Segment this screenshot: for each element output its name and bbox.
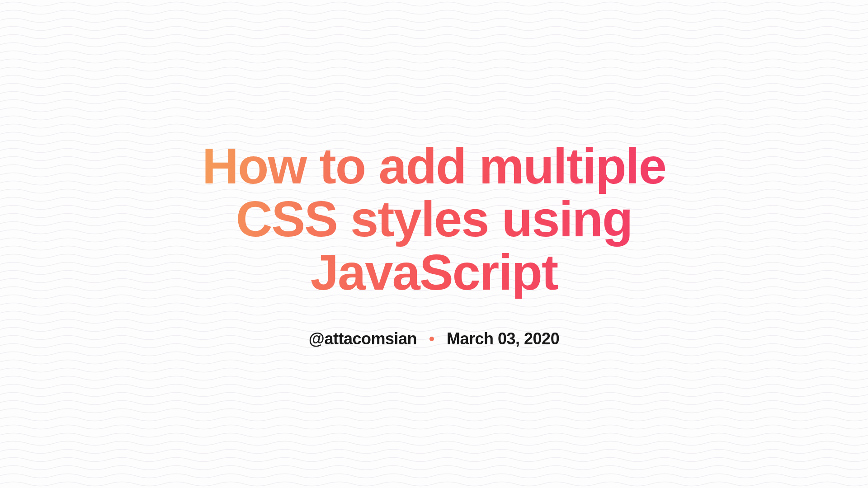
separator-dot-icon <box>429 337 434 341</box>
article-title: How to add multiple CSS styles using Jav… <box>190 140 678 299</box>
publish-date: March 03, 2020 <box>447 329 559 348</box>
author-handle: @attacomsian <box>309 329 417 348</box>
article-meta: @attacomsian March 03, 2020 <box>190 329 678 348</box>
article-card: How to add multiple CSS styles using Jav… <box>163 140 705 349</box>
